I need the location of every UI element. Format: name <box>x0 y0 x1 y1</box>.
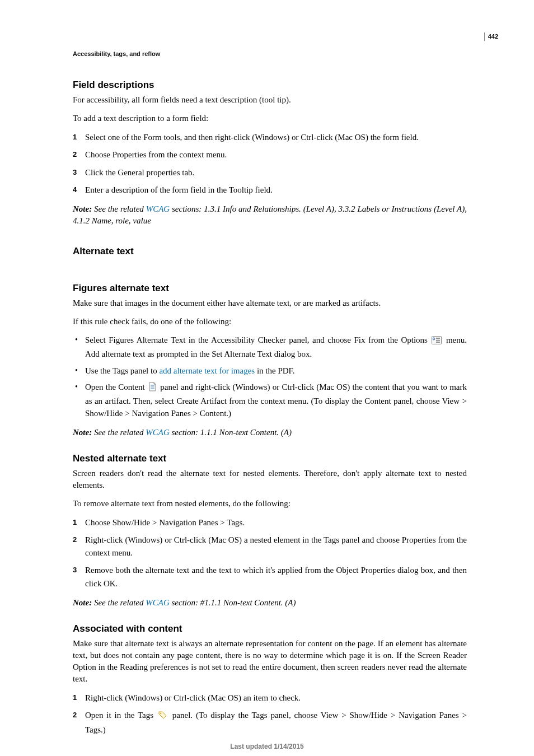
ordered-list: 1Select one of the Form tools, and then … <box>73 131 467 197</box>
unordered-list: Select Figures Alternate Text in the Acc… <box>73 334 467 420</box>
list-text: Use the Tags panel to <box>85 366 159 375</box>
heading-associated-with-content: Associated with content <box>73 623 467 634</box>
list-number: 3 <box>73 167 77 178</box>
list-item: 4Enter a description of the form field i… <box>73 184 467 197</box>
tags-panel-icon <box>158 711 168 724</box>
list-item: Select Figures Alternate Text in the Acc… <box>73 334 467 361</box>
page-number: 442 <box>484 32 498 41</box>
footer-last-updated: Last updated 1/14/2015 <box>0 743 534 750</box>
note-label: Note: <box>73 598 92 607</box>
heading-nested-alternate-text: Nested alternate text <box>73 453 467 464</box>
note-body: See the related WCAG section: 1.1.1 Non-… <box>92 428 292 437</box>
list-item: 2Choose Properties from the context menu… <box>73 148 467 161</box>
list-text: Remove both the alternate text and the t… <box>85 566 467 587</box>
heading-alternate-text: Alternate text <box>73 246 467 257</box>
note: Note: See the related WCAG section: 1.1.… <box>73 427 467 438</box>
heading-figures-alternate-text: Figures alternate text <box>73 283 467 294</box>
list-text: Choose Show/Hide > Navigation Panes > Ta… <box>85 518 245 527</box>
ordered-list: 1Choose Show/Hide > Navigation Panes > T… <box>73 516 467 590</box>
list-text: Right-click (Windows) or Ctrl-click (Mac… <box>85 535 467 557</box>
list-item: 1Choose Show/Hide > Navigation Panes > T… <box>73 516 467 529</box>
note: Note: See the related WCAG sections: 1.3… <box>73 203 467 227</box>
list-item: 1Right-click (Windows) or Ctrl-click (Ma… <box>73 692 467 704</box>
list-number: 2 <box>73 710 77 721</box>
list-text: Click the General properties tab. <box>85 168 194 177</box>
list-number: 2 <box>73 534 77 545</box>
body-text: Screen readers don't read the alternate … <box>73 468 467 491</box>
body-text: To remove alternate text from nested ele… <box>73 498 467 510</box>
list-number: 2 <box>73 149 77 160</box>
list-text: Select one of the Form tools, and then r… <box>85 133 419 142</box>
content-panel-icon <box>148 382 157 395</box>
list-text: Right-click (Windows) or Ctrl-click (Mac… <box>85 693 301 702</box>
wcag-link[interactable]: WCAG <box>146 204 170 213</box>
ordered-list: 1Right-click (Windows) or Ctrl-click (Ma… <box>73 692 467 737</box>
body-text: If this rule check fails, do one of the … <box>73 316 467 328</box>
note-body: See the related WCAG section: #1.1.1 Non… <box>92 598 296 607</box>
list-item: 2 Open it in the Tags panel. (To display… <box>73 709 467 737</box>
list-text: Open it in the Tags <box>85 711 153 720</box>
list-number: 1 <box>73 132 77 143</box>
list-item: 1Select one of the Form tools, and then … <box>73 131 467 144</box>
list-text: Open the Content <box>85 382 147 391</box>
note-label: Note: <box>73 428 92 437</box>
list-item: Use the Tags panel to add alternate text… <box>73 365 467 377</box>
body-text: For accessibility, all form fields need … <box>73 94 467 106</box>
note-body: See the related WCAG sections: 1.3.1 Inf… <box>73 204 467 225</box>
note-label: Note: <box>73 204 92 213</box>
body-text: To add a text description to a form fiel… <box>73 113 467 124</box>
list-number: 3 <box>73 564 77 576</box>
note: Note: See the related WCAG section: #1.1… <box>73 597 467 609</box>
list-number: 4 <box>73 184 77 195</box>
page: 442 Accessibility, tags, and reflow Fiel… <box>0 0 534 756</box>
wcag-link[interactable]: WCAG <box>146 598 170 607</box>
list-text: Choose Properties from the context menu. <box>85 150 227 159</box>
wcag-link[interactable]: WCAG <box>146 428 170 437</box>
list-text: Enter a description of the form field in… <box>85 185 273 194</box>
list-number: 1 <box>73 517 77 528</box>
add-alternate-text-link[interactable]: add alternate text for images <box>159 366 255 375</box>
options-menu-icon <box>432 336 442 348</box>
list-item: 3Remove both the alternate text and the … <box>73 564 467 590</box>
list-number: 1 <box>73 692 77 703</box>
list-text: in the PDF. <box>255 366 294 375</box>
breadcrumb: Accessibility, tags, and reflow <box>73 50 467 57</box>
body-text: Make sure that images in the document ei… <box>73 297 467 309</box>
heading-field-descriptions: Field descriptions <box>73 80 467 91</box>
list-text: Select Figures Alternate Text in the Acc… <box>85 335 428 344</box>
list-item: Open the Content panel and right-click (… <box>73 381 467 419</box>
list-item: 2Right-click (Windows) or Ctrl-click (Ma… <box>73 534 467 560</box>
body-text: Make sure that alternate text is always … <box>73 638 467 685</box>
list-item: 3Click the General properties tab. <box>73 166 467 179</box>
